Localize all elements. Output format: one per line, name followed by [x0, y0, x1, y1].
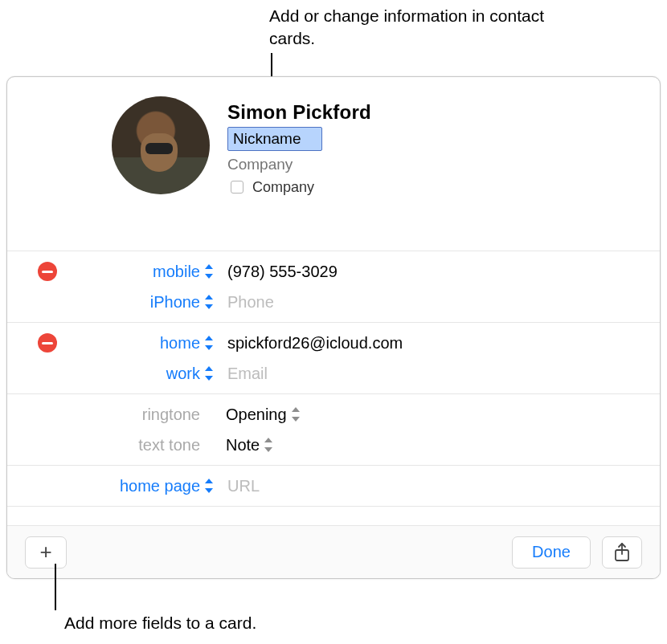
name-column: Simon Pickford Company — [227, 96, 388, 196]
email-row-work: work — [7, 358, 660, 389]
company-checkbox-label: Company — [252, 179, 314, 196]
contact-card-window: Simon Pickford Company mobile — [6, 76, 661, 579]
callout-add-fields: Add more fields to a card. — [64, 612, 256, 634]
add-field-button[interactable]: + — [25, 536, 67, 569]
share-icon — [613, 542, 631, 563]
nickname-field[interactable] — [227, 127, 322, 151]
phone-row-mobile: mobile — [7, 256, 660, 287]
phone-label-mobile[interactable]: mobile — [43, 263, 202, 281]
ringtone-row: ringtone Opening — [7, 399, 660, 430]
callout-edit-card: Add or change information in contact car… — [269, 5, 550, 51]
tones-group: ringtone Opening text tone — [7, 394, 660, 466]
phone-value-iphone[interactable] — [226, 292, 628, 312]
phone-group: mobile iPhone — [7, 251, 660, 323]
homepage-label[interactable]: home page — [43, 477, 202, 495]
texttone-label: text tone — [43, 436, 202, 454]
email-group: home work — [7, 323, 660, 394]
company-checkbox[interactable] — [231, 181, 243, 194]
done-label: Done — [532, 543, 571, 561]
email-label-stepper[interactable] — [205, 336, 215, 350]
phone-row-iphone: iPhone — [7, 287, 660, 317]
phone-label-stepper[interactable] — [205, 264, 215, 279]
homepage-row: home page — [7, 471, 660, 501]
email-value-home[interactable] — [226, 333, 628, 353]
email-label-home[interactable]: home — [43, 334, 202, 353]
email-label-work[interactable]: work — [43, 365, 202, 383]
email-row-home: home — [7, 328, 660, 358]
delete-email-button[interactable] — [38, 333, 57, 353]
share-button[interactable] — [602, 536, 642, 569]
contact-name: Simon Pickford — [227, 101, 388, 124]
phone-value-mobile[interactable] — [226, 262, 628, 282]
fields-list: mobile iPhone — [7, 251, 660, 507]
plus-icon: + — [39, 540, 51, 565]
card-header: Simon Pickford Company — [7, 77, 660, 226]
ringtone-value: Opening — [226, 406, 287, 424]
email-label-stepper[interactable] — [205, 366, 215, 381]
texttone-value: Note — [226, 436, 260, 454]
card-footer: + Done — [7, 525, 660, 578]
delete-phone-button[interactable] — [38, 262, 57, 281]
avatar[interactable] — [112, 96, 210, 194]
homepage-group: home page — [7, 466, 660, 507]
homepage-label-stepper[interactable] — [205, 479, 215, 493]
ringtone-label: ringtone — [43, 406, 202, 424]
done-button[interactable]: Done — [512, 536, 591, 569]
callout-line-bottom — [55, 564, 56, 610]
email-value-work[interactable] — [226, 364, 628, 384]
texttone-select[interactable]: Note — [226, 436, 274, 454]
texttone-row: text tone Note — [7, 430, 660, 460]
select-stepper-icon — [292, 407, 301, 422]
phone-label-iphone[interactable]: iPhone — [43, 293, 202, 312]
company-field[interactable] — [227, 154, 388, 174]
homepage-value[interactable] — [226, 476, 628, 496]
phone-label-stepper[interactable] — [205, 295, 215, 309]
ringtone-select[interactable]: Opening — [226, 406, 301, 424]
company-checkbox-row: Company — [227, 178, 388, 196]
select-stepper-icon — [264, 438, 274, 452]
